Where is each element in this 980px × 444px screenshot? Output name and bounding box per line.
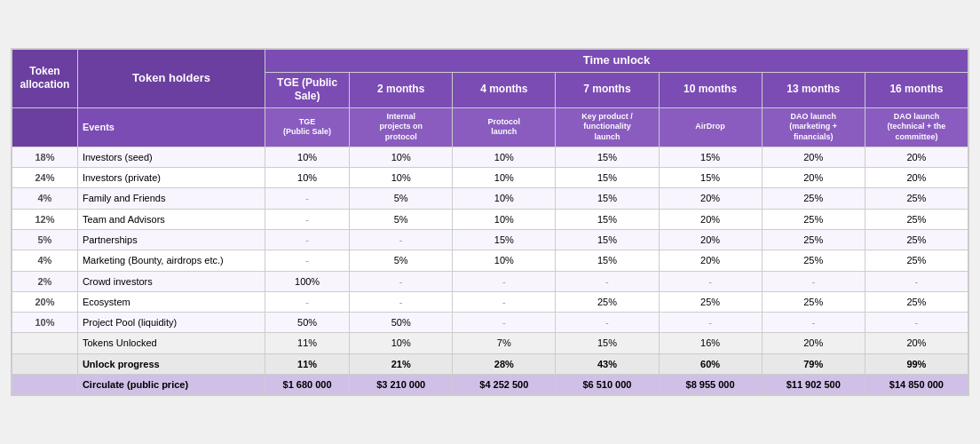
unlocked-value: 11% [265, 333, 350, 353]
unlocked-value: 7% [453, 333, 556, 353]
subheader-10months: AirDrop [659, 107, 762, 147]
value-cell: - [350, 291, 453, 312]
value-cell: 15% [556, 147, 659, 167]
value-cell: - [556, 271, 659, 291]
value-cell: 25% [865, 291, 968, 312]
circulate-value: $11 902 500 [762, 375, 865, 395]
value-cell: 20% [865, 168, 968, 188]
progress-alloc [12, 353, 78, 374]
header-time-unlock: Time unlock [265, 49, 968, 72]
table-row: 4% Family and Friends -5%10%15%20%25%25% [12, 188, 968, 209]
value-cell: 10% [453, 209, 556, 229]
main-table-wrapper: Token allocation Token holders Time unlo… [11, 48, 969, 397]
token-allocation-table: Token allocation Token holders Time unlo… [12, 49, 968, 396]
value-cell: 10% [453, 147, 556, 167]
value-cell: - [265, 229, 350, 250]
progress-value: 79% [762, 353, 865, 374]
value-cell: 20% [762, 168, 865, 188]
holder-cell: Family and Friends [77, 188, 265, 209]
unlocked-label: Tokens Unlocked [77, 333, 265, 353]
circulate-value: $3 210 000 [350, 375, 453, 395]
value-cell: 25% [762, 250, 865, 271]
value-cell: - [265, 291, 350, 312]
value-cell: 15% [556, 229, 659, 250]
value-cell: 20% [762, 147, 865, 167]
value-cell: 5% [350, 209, 453, 229]
circulate-value: $8 955 000 [659, 375, 762, 395]
unlocked-value: 15% [556, 333, 659, 353]
table-row: 18% Investors (seed) 10%10%10%15%15%20%2… [12, 147, 968, 167]
progress-label: Unlock progress [77, 353, 265, 374]
subheader-2months: Internal projects on protocol [350, 107, 453, 147]
progress-value: 28% [453, 353, 556, 374]
value-cell: 15% [659, 168, 762, 188]
table-footer: Tokens Unlocked 11%10%7%15%16%20%20% Unl… [12, 333, 968, 395]
value-cell: 5% [350, 188, 453, 209]
header-16months: 16 months [865, 72, 968, 107]
unlocked-value: 10% [350, 333, 453, 353]
value-cell: - [659, 313, 762, 333]
progress-value: 43% [556, 353, 659, 374]
value-cell: 25% [762, 188, 865, 209]
value-cell: - [453, 291, 556, 312]
value-cell: 50% [265, 313, 350, 333]
header-alloc-events-blank [12, 107, 78, 147]
alloc-cell: 10% [12, 313, 78, 333]
circulate-row: Circulate (public price) $1 680 000$3 21… [12, 375, 968, 395]
value-cell: 10% [453, 168, 556, 188]
value-cell: 15% [453, 229, 556, 250]
circulate-value: $1 680 000 [265, 375, 350, 395]
table-row: 2% Crowd investors 100%------ [12, 271, 968, 291]
unlocked-alloc [12, 333, 78, 353]
table-row: 5% Partnerships --15%15%20%25%25% [12, 229, 968, 250]
unlock-progress-row: Unlock progress 11%21%28%43%60%79%99% [12, 353, 968, 374]
value-cell: 20% [659, 209, 762, 229]
alloc-cell: 4% [12, 188, 78, 209]
value-cell: 50% [350, 313, 453, 333]
value-cell: 10% [350, 168, 453, 188]
value-cell: 25% [556, 291, 659, 312]
alloc-cell: 12% [12, 209, 78, 229]
value-cell: - [556, 313, 659, 333]
value-cell: 100% [265, 271, 350, 291]
progress-value: 11% [265, 353, 350, 374]
subheader-16months: DAO launch (technical + the committee) [865, 107, 968, 147]
alloc-cell: 24% [12, 168, 78, 188]
value-cell: 10% [350, 147, 453, 167]
table-row: 20% Ecosystem ---25%25%25%25% [12, 291, 968, 312]
circulate-label: Circulate (public price) [77, 375, 265, 395]
value-cell: 25% [762, 209, 865, 229]
alloc-cell: 5% [12, 229, 78, 250]
subheader-7months: Key product / functionality launch [556, 107, 659, 147]
value-cell: - [265, 250, 350, 271]
value-cell: 10% [453, 250, 556, 271]
value-cell: - [659, 271, 762, 291]
subheader-13months: DAO launch (marketing + financials) [762, 107, 865, 147]
value-cell: 10% [265, 147, 350, 167]
progress-value: 99% [865, 353, 968, 374]
alloc-cell: 20% [12, 291, 78, 312]
value-cell: 25% [762, 229, 865, 250]
value-cell: 10% [265, 168, 350, 188]
progress-value: 60% [659, 353, 762, 374]
value-cell: 25% [865, 250, 968, 271]
value-cell: - [762, 271, 865, 291]
value-cell: 15% [556, 168, 659, 188]
table-row: 24% Investors (private) 10%10%10%15%15%2… [12, 168, 968, 188]
value-cell: 25% [865, 229, 968, 250]
value-cell: 15% [556, 188, 659, 209]
value-cell: 20% [659, 188, 762, 209]
unlocked-value: 16% [659, 333, 762, 353]
header-token-holders: Token holders [77, 49, 265, 107]
progress-value: 21% [350, 353, 453, 374]
value-cell: - [453, 313, 556, 333]
value-cell: 5% [350, 250, 453, 271]
value-cell: - [865, 313, 968, 333]
header-events: Events [77, 107, 265, 147]
holder-cell: Project Pool (liquidity) [77, 313, 265, 333]
alloc-cell: 18% [12, 147, 78, 167]
subheader-4months: Protocol launch [453, 107, 556, 147]
holder-cell: Ecosystem [77, 291, 265, 312]
unlocked-value: 20% [762, 333, 865, 353]
header-2months: 2 months [350, 72, 453, 107]
